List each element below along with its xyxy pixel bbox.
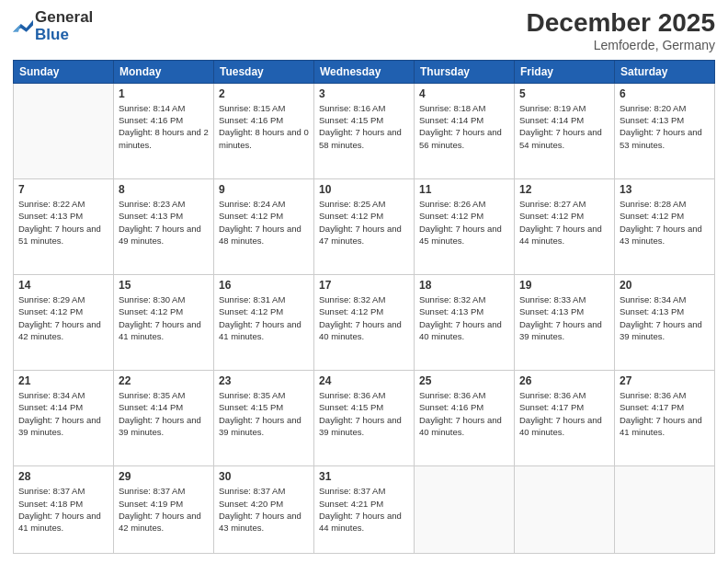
day-info: Sunrise: 8:37 AM Sunset: 4:21 PM Dayligh… [319, 485, 409, 534]
day-info: Sunrise: 8:32 AM Sunset: 4:13 PM Dayligh… [419, 293, 509, 342]
col-tuesday: Tuesday [214, 60, 314, 83]
day-info: Sunrise: 8:26 AM Sunset: 4:12 PM Dayligh… [419, 198, 509, 247]
day-number: 9 [219, 183, 309, 196]
col-monday: Monday [114, 60, 214, 83]
day-info: Sunrise: 8:25 AM Sunset: 4:12 PM Dayligh… [319, 198, 409, 247]
day-number: 24 [319, 374, 409, 387]
header: General Blue December 2025 Lemfoerde, Ge… [13, 9, 715, 52]
table-row: 5Sunrise: 8:19 AM Sunset: 4:14 PM Daylig… [515, 83, 615, 178]
table-row: 29Sunrise: 8:37 AM Sunset: 4:19 PM Dayli… [114, 466, 214, 554]
col-thursday: Thursday [415, 60, 515, 83]
col-sunday: Sunday [14, 60, 114, 83]
table-row: 27Sunrise: 8:36 AM Sunset: 4:17 PM Dayli… [615, 371, 715, 466]
table-row: 31Sunrise: 8:37 AM Sunset: 4:21 PM Dayli… [314, 466, 415, 554]
table-row: 14Sunrise: 8:29 AM Sunset: 4:12 PM Dayli… [14, 275, 114, 371]
table-row: 26Sunrise: 8:36 AM Sunset: 4:17 PM Dayli… [515, 371, 615, 466]
day-number: 15 [119, 279, 209, 292]
day-info: Sunrise: 8:36 AM Sunset: 4:17 PM Dayligh… [519, 389, 609, 438]
day-info: Sunrise: 8:29 AM Sunset: 4:12 PM Dayligh… [18, 293, 108, 342]
calendar-page: General Blue December 2025 Lemfoerde, Ge… [0, 0, 728, 563]
day-number: 8 [119, 183, 209, 196]
day-number: 2 [219, 87, 309, 100]
day-info: Sunrise: 8:36 AM Sunset: 4:16 PM Dayligh… [419, 389, 509, 438]
day-info: Sunrise: 8:18 AM Sunset: 4:14 PM Dayligh… [419, 102, 509, 151]
table-row: 22Sunrise: 8:35 AM Sunset: 4:14 PM Dayli… [114, 371, 214, 466]
logo: General Blue [13, 9, 93, 43]
day-info: Sunrise: 8:19 AM Sunset: 4:14 PM Dayligh… [519, 102, 609, 151]
calendar-table: Sunday Monday Tuesday Wednesday Thursday… [13, 60, 715, 554]
day-info: Sunrise: 8:36 AM Sunset: 4:17 PM Dayligh… [620, 389, 710, 438]
day-number: 25 [419, 374, 509, 387]
col-wednesday: Wednesday [314, 60, 415, 83]
title-block: December 2025 Lemfoerde, Germany [527, 9, 715, 52]
table-row: 13Sunrise: 8:28 AM Sunset: 4:12 PM Dayli… [615, 178, 715, 274]
day-info: Sunrise: 8:31 AM Sunset: 4:12 PM Dayligh… [219, 293, 309, 342]
table-row: 16Sunrise: 8:31 AM Sunset: 4:12 PM Dayli… [214, 275, 314, 371]
day-info: Sunrise: 8:23 AM Sunset: 4:13 PM Dayligh… [119, 198, 209, 247]
table-row: 10Sunrise: 8:25 AM Sunset: 4:12 PM Dayli… [314, 178, 415, 274]
day-info: Sunrise: 8:35 AM Sunset: 4:15 PM Dayligh… [219, 389, 309, 438]
day-number: 17 [319, 279, 409, 292]
table-row: 30Sunrise: 8:37 AM Sunset: 4:20 PM Dayli… [214, 466, 314, 554]
logo-text: General Blue [35, 9, 93, 43]
day-number: 27 [620, 374, 710, 387]
day-info: Sunrise: 8:27 AM Sunset: 4:12 PM Dayligh… [519, 198, 609, 247]
day-number: 5 [519, 87, 609, 100]
day-number: 26 [519, 374, 609, 387]
main-title: December 2025 [527, 9, 715, 38]
day-info: Sunrise: 8:22 AM Sunset: 4:13 PM Dayligh… [18, 198, 108, 247]
day-info: Sunrise: 8:16 AM Sunset: 4:15 PM Dayligh… [319, 102, 409, 151]
day-info: Sunrise: 8:35 AM Sunset: 4:14 PM Dayligh… [119, 389, 209, 438]
table-row [615, 466, 715, 554]
day-info: Sunrise: 8:34 AM Sunset: 4:14 PM Dayligh… [18, 389, 108, 438]
table-row: 15Sunrise: 8:30 AM Sunset: 4:12 PM Dayli… [114, 275, 214, 371]
day-info: Sunrise: 8:37 AM Sunset: 4:19 PM Dayligh… [119, 485, 209, 534]
table-row [515, 466, 615, 554]
col-saturday: Saturday [615, 60, 715, 83]
day-number: 13 [620, 183, 710, 196]
day-info: Sunrise: 8:37 AM Sunset: 4:20 PM Dayligh… [219, 485, 309, 534]
day-number: 19 [519, 279, 609, 292]
day-number: 20 [620, 279, 710, 292]
table-row: 11Sunrise: 8:26 AM Sunset: 4:12 PM Dayli… [415, 178, 515, 274]
table-row: 2Sunrise: 8:15 AM Sunset: 4:16 PM Daylig… [214, 83, 314, 178]
table-row: 28Sunrise: 8:37 AM Sunset: 4:18 PM Dayli… [14, 466, 114, 554]
table-row: 6Sunrise: 8:20 AM Sunset: 4:13 PM Daylig… [615, 83, 715, 178]
day-number: 18 [419, 279, 509, 292]
logo-icon [13, 18, 33, 35]
day-number: 11 [419, 183, 509, 196]
table-row: 25Sunrise: 8:36 AM Sunset: 4:16 PM Dayli… [415, 371, 515, 466]
day-number: 30 [219, 470, 309, 483]
day-info: Sunrise: 8:30 AM Sunset: 4:12 PM Dayligh… [119, 293, 209, 342]
day-number: 22 [119, 374, 209, 387]
day-number: 31 [319, 470, 409, 483]
day-number: 23 [219, 374, 309, 387]
table-row: 8Sunrise: 8:23 AM Sunset: 4:13 PM Daylig… [114, 178, 214, 274]
table-row: 9Sunrise: 8:24 AM Sunset: 4:12 PM Daylig… [214, 178, 314, 274]
day-info: Sunrise: 8:28 AM Sunset: 4:12 PM Dayligh… [620, 198, 710, 247]
table-row: 19Sunrise: 8:33 AM Sunset: 4:13 PM Dayli… [515, 275, 615, 371]
day-number: 10 [319, 183, 409, 196]
table-row [415, 466, 515, 554]
table-row: 4Sunrise: 8:18 AM Sunset: 4:14 PM Daylig… [415, 83, 515, 178]
day-info: Sunrise: 8:14 AM Sunset: 4:16 PM Dayligh… [119, 102, 209, 151]
day-number: 16 [219, 279, 309, 292]
day-info: Sunrise: 8:32 AM Sunset: 4:12 PM Dayligh… [319, 293, 409, 342]
day-info: Sunrise: 8:20 AM Sunset: 4:13 PM Dayligh… [620, 102, 710, 151]
day-number: 29 [119, 470, 209, 483]
table-row: 17Sunrise: 8:32 AM Sunset: 4:12 PM Dayli… [314, 275, 415, 371]
day-number: 28 [18, 470, 108, 483]
day-number: 1 [119, 87, 209, 100]
day-number: 14 [18, 279, 108, 292]
table-row: 20Sunrise: 8:34 AM Sunset: 4:13 PM Dayli… [615, 275, 715, 371]
day-number: 6 [620, 87, 710, 100]
table-row: 21Sunrise: 8:34 AM Sunset: 4:14 PM Dayli… [14, 371, 114, 466]
table-row: 24Sunrise: 8:36 AM Sunset: 4:15 PM Dayli… [314, 371, 415, 466]
day-number: 12 [519, 183, 609, 196]
table-row: 18Sunrise: 8:32 AM Sunset: 4:13 PM Dayli… [415, 275, 515, 371]
day-number: 4 [419, 87, 509, 100]
table-row: 3Sunrise: 8:16 AM Sunset: 4:15 PM Daylig… [314, 83, 415, 178]
calendar-header-row: Sunday Monday Tuesday Wednesday Thursday… [14, 60, 715, 83]
day-info: Sunrise: 8:37 AM Sunset: 4:18 PM Dayligh… [18, 485, 108, 534]
table-row: 12Sunrise: 8:27 AM Sunset: 4:12 PM Dayli… [515, 178, 615, 274]
